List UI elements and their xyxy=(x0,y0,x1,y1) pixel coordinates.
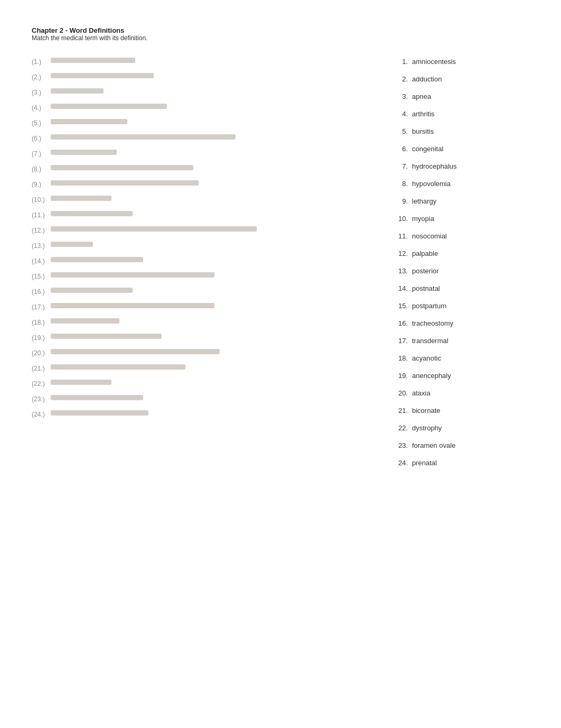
term-item: 16.tracheostomy xyxy=(392,319,529,327)
match-item: (3.) xyxy=(32,88,360,96)
match-item: (24.) xyxy=(32,410,360,418)
match-item-number: (17.) xyxy=(32,303,46,311)
term-label: posterior xyxy=(412,267,439,275)
match-blank xyxy=(51,303,360,308)
term-number: 2. xyxy=(392,75,408,83)
term-item: 8.hypovolemia xyxy=(392,180,529,188)
term-label: hypovolemia xyxy=(412,180,451,188)
term-label: nosocomial xyxy=(412,232,447,240)
match-item: (17.) xyxy=(32,303,360,311)
match-item: (23.) xyxy=(32,395,360,403)
blurred-definition xyxy=(51,58,135,63)
match-item: (19.) xyxy=(32,334,360,342)
term-item: 1.amniocentesis xyxy=(392,58,529,66)
match-item: (12.) xyxy=(32,226,360,234)
match-item-number: (3.) xyxy=(32,88,46,96)
blurred-definition xyxy=(51,272,214,278)
blurred-definition xyxy=(51,150,117,155)
term-number: 9. xyxy=(392,197,408,205)
term-label: amniocentesis xyxy=(412,58,456,66)
term-label: prenatal xyxy=(412,459,437,467)
match-blank xyxy=(51,73,360,78)
term-item: 9.lethargy xyxy=(392,197,529,205)
match-item-number: (11.) xyxy=(32,211,46,219)
match-item: (4.) xyxy=(32,104,360,112)
match-item-number: (12.) xyxy=(32,226,46,234)
term-number: 19. xyxy=(392,372,408,380)
match-item: (21.) xyxy=(32,364,360,372)
match-item-number: (21.) xyxy=(32,364,46,372)
term-number: 22. xyxy=(392,424,408,432)
term-label: palpable xyxy=(412,250,438,257)
term-number: 7. xyxy=(392,162,408,170)
term-item: 11.nosocomial xyxy=(392,232,529,240)
term-label: bursitis xyxy=(412,127,434,135)
match-blank xyxy=(51,364,360,370)
match-item-number: (18.) xyxy=(32,318,46,326)
match-item: (15.) xyxy=(32,272,360,280)
term-item: 24.prenatal xyxy=(392,459,529,467)
blurred-definition xyxy=(51,334,162,339)
match-blank xyxy=(51,257,360,262)
blurred-definition xyxy=(51,410,148,416)
blurred-definition xyxy=(51,303,214,308)
term-item: 2.adduction xyxy=(392,75,529,83)
term-label: adduction xyxy=(412,75,442,83)
match-item-number: (14.) xyxy=(32,257,46,265)
term-item: 23.foramen ovale xyxy=(392,441,529,449)
term-number: 11. xyxy=(392,232,408,240)
left-column: (1.)(2.)(3.)(4.)(5.)(6.)(7.)(8.)(9.)(10.… xyxy=(32,58,381,476)
match-item-number: (16.) xyxy=(32,288,46,296)
match-item-number: (5.) xyxy=(32,119,46,127)
match-blank xyxy=(51,272,360,278)
match-item-number: (9.) xyxy=(32,180,46,188)
blurred-definition xyxy=(51,380,111,385)
blurred-definition xyxy=(51,88,104,94)
term-number: 6. xyxy=(392,145,408,153)
term-number: 1. xyxy=(392,58,408,66)
term-label: dystrophy xyxy=(412,424,442,432)
match-blank xyxy=(51,318,360,324)
term-number: 20. xyxy=(392,389,408,397)
term-label: myopia xyxy=(412,215,434,223)
term-item: 17.transdermal xyxy=(392,337,529,345)
term-list: 1.amniocentesis2.adduction3.apnea4.arthr… xyxy=(392,58,529,467)
term-item: 14.postnatal xyxy=(392,284,529,292)
match-item: (16.) xyxy=(32,288,360,296)
right-column: 1.amniocentesis2.adduction3.apnea4.arthr… xyxy=(381,58,529,476)
match-item-number: (23.) xyxy=(32,395,46,403)
match-blank xyxy=(51,288,360,293)
match-item-number: (22.) xyxy=(32,380,46,388)
term-label: anencephaly xyxy=(412,372,451,380)
match-item-number: (10.) xyxy=(32,196,46,204)
blurred-definition xyxy=(51,288,133,293)
term-item: 13.posterior xyxy=(392,267,529,275)
term-number: 16. xyxy=(392,319,408,327)
blurred-definition xyxy=(51,119,127,124)
match-item: (13.) xyxy=(32,242,360,250)
blurred-definition xyxy=(51,196,111,201)
term-number: 24. xyxy=(392,459,408,467)
match-item: (2.) xyxy=(32,73,360,81)
match-blank xyxy=(51,58,360,63)
page-header: Chapter 2 - Word Definitions Match the m… xyxy=(32,26,529,42)
match-item-number: (19.) xyxy=(32,334,46,342)
match-blank xyxy=(51,380,360,385)
match-blank xyxy=(51,134,360,140)
term-number: 13. xyxy=(392,267,408,275)
match-item-number: (2.) xyxy=(32,73,46,81)
term-label: postpartum xyxy=(412,302,446,310)
term-item: 20.ataxia xyxy=(392,389,529,397)
match-item: (20.) xyxy=(32,349,360,357)
term-item: 22.dystrophy xyxy=(392,424,529,432)
blurred-definition xyxy=(51,180,199,186)
term-item: 4.arthritis xyxy=(392,110,529,118)
match-item: (22.) xyxy=(32,380,360,388)
term-item: 10.myopia xyxy=(392,215,529,223)
term-item: 7.hydrocephalus xyxy=(392,162,529,170)
term-label: bicornate xyxy=(412,407,440,414)
match-item-number: (15.) xyxy=(32,272,46,280)
match-item-number: (4.) xyxy=(32,104,46,112)
match-blank xyxy=(51,119,360,124)
blurred-definition xyxy=(51,242,93,247)
